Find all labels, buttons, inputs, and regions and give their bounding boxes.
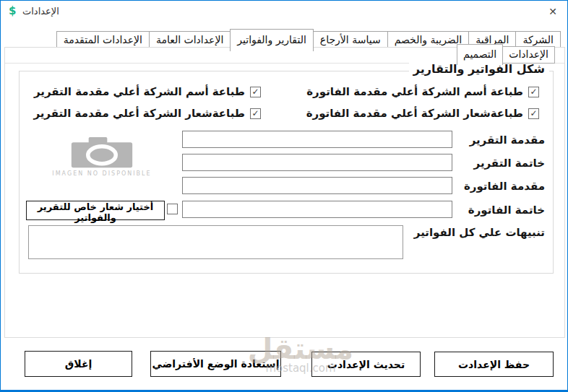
image-placeholder-text: IMAGEN NO DISPONIBLE	[51, 170, 152, 177]
inner-tab-design[interactable]: التصميم	[457, 44, 503, 65]
titlebar: $ الإعدادات ✕	[1, 1, 567, 22]
report-footer-label: خاتمة التقرير	[474, 157, 545, 170]
checkbox-print-logo-report[interactable]: ✓ طباعةشعار الشركة أعلي مقدمة التقرير	[33, 107, 261, 120]
checkbox-label: طباعةشعار الشركة أعلي مقدمة التقرير	[33, 107, 245, 120]
invoice-footer-label: خاتمة الفاتورة	[468, 204, 545, 217]
camera-icon	[69, 137, 135, 169]
custom-logo-checkbox[interactable]	[167, 204, 178, 214]
restore-defaults-button[interactable]: إستعادة الوضع الأفتراضي	[150, 351, 281, 377]
check-icon: ✓	[251, 87, 259, 96]
checkbox-label: طباعةشعار الشركة أعلي مقدمة الفاتورة	[306, 107, 523, 120]
checkbox-box: ✓	[528, 108, 539, 119]
report-footer-input[interactable]	[182, 154, 452, 171]
close-window-button[interactable]: ✕	[540, 1, 566, 22]
report-intro-input[interactable]	[182, 131, 452, 148]
close-dialog-button[interactable]: إغلاق	[25, 351, 132, 377]
check-icon: ✓	[530, 109, 537, 118]
dollar-icon: $	[9, 4, 16, 17]
invoice-notes-textarea[interactable]	[28, 225, 403, 259]
update-settings-button[interactable]: تحديث الإعدادت	[311, 352, 421, 377]
invoice-intro-label: مقدمة الفاتورة	[464, 180, 545, 193]
invoice-intro-input[interactable]	[182, 177, 452, 194]
window-title: الإعدادات	[22, 6, 59, 17]
invoice-footer-input[interactable]	[182, 201, 452, 218]
checkbox-label: طباعة أسم الشركة أعلي مقدمة التقرير	[34, 85, 245, 98]
checkbox-print-name-report[interactable]: ✓ طباعة أسم الشركة أعلي مقدمة التقرير	[34, 85, 261, 98]
tab-reports-invoices[interactable]: التقارير والفواتير	[230, 29, 314, 51]
checkbox-label: طباعة أسم الشركة أعلي مقدمة الفاتورة	[306, 85, 523, 98]
logo-image-placeholder: IMAGEN NO DISPONIBLE	[51, 137, 152, 177]
settings-window: $ الإعدادات ✕ الشركة المراقبة الضريبة وا…	[0, 0, 568, 392]
checkbox-box: ✓	[250, 108, 261, 119]
inner-tabstrip: الإعدادات التصميم	[457, 44, 555, 64]
choose-custom-logo-button[interactable]: أختيار شعار خاص للتقرير والفواتير	[26, 201, 165, 220]
check-icon: ✓	[530, 87, 537, 96]
report-intro-label: مقدمة التقرير	[470, 134, 545, 147]
checkbox-box: ✓	[528, 87, 539, 97]
check-icon: ✓	[251, 109, 259, 118]
save-settings-button[interactable]: حفظ الإعدادت	[434, 352, 554, 377]
invoice-notes-label: تنبيهات علي كل الفواتير	[414, 226, 545, 239]
checkbox-print-logo-invoice[interactable]: ✓ طباعةشعار الشركة أعلي مقدمة الفاتورة	[306, 107, 539, 120]
checkbox-box: ✓	[250, 87, 261, 97]
close-icon: ✕	[548, 6, 557, 17]
inner-tab-settings[interactable]: الإعدادات	[502, 46, 555, 64]
checkbox-print-name-invoice[interactable]: ✓ طباعة أسم الشركة أعلي مقدمة الفاتورة	[306, 85, 539, 98]
